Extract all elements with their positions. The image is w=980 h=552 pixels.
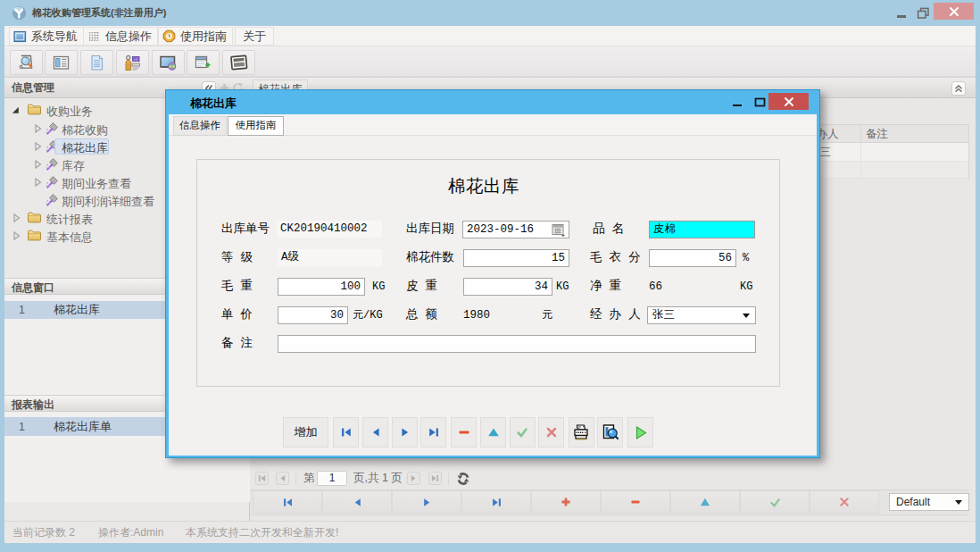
- page-number-input[interactable]: 1: [317, 471, 347, 486]
- tree-expander-collapsed-icon[interactable]: [12, 230, 21, 241]
- panel-header-label: 信息窗口: [12, 281, 54, 294]
- calendar-dropdown-icon[interactable]: [552, 223, 566, 237]
- dialog-minimize-icon: [733, 105, 742, 106]
- tree-expander-collapsed-icon[interactable]: [33, 159, 43, 170]
- tree-expander-collapsed-icon[interactable]: [33, 177, 43, 188]
- print-preview-button[interactable]: [597, 417, 623, 447]
- collapse-ribbon-button[interactable]: [951, 81, 966, 96]
- field-remark[interactable]: [278, 335, 756, 353]
- page-prev-button[interactable]: [276, 472, 289, 485]
- print-preview-icon: [602, 423, 619, 441]
- add-record-button[interactable]: 增加: [283, 417, 328, 447]
- pagination-divider: [448, 473, 449, 485]
- form-list-icon: [52, 54, 71, 72]
- handler-dropdown-caret-icon[interactable]: [743, 314, 750, 318]
- application-window: 棉花收购管理系统(非注册用户) 系统导航: [0, 0, 980, 552]
- close-button[interactable]: [934, 3, 974, 20]
- field-label-gross-weight: 毛 重: [221, 278, 253, 296]
- field-date[interactable]: 2023-09-16: [462, 221, 569, 238]
- suffix-tare-weight: KG: [556, 278, 569, 296]
- menu-item-system-nav[interactable]: 系统导航: [9, 27, 84, 46]
- field-label-date: 出库日期: [406, 221, 454, 238]
- field-label-remark: 备 注: [221, 335, 253, 353]
- toolbar-screen-globe-button[interactable]: [152, 50, 185, 75]
- record-last-button[interactable]: [420, 417, 446, 447]
- toolbar-window-dark-button[interactable]: [222, 50, 255, 75]
- run-icon: [633, 425, 648, 440]
- app-logo-icon: [12, 5, 27, 21]
- nav-prev-button[interactable]: [322, 490, 392, 514]
- nav-next-button[interactable]: [392, 490, 461, 514]
- nav-delete-button[interactable]: [601, 490, 670, 514]
- style-selector-combobox[interactable]: Default: [889, 493, 969, 511]
- dialog-maximize-button[interactable]: [749, 93, 770, 111]
- panel-header-label: 报表输出: [12, 398, 54, 411]
- field-tare-weight[interactable]: 34: [463, 278, 552, 296]
- toolbar-search-document-button[interactable]: [10, 50, 43, 75]
- field-unit-price[interactable]: 30: [278, 306, 348, 324]
- nav-last-button[interactable]: [461, 490, 531, 514]
- window-add-icon: [194, 54, 212, 72]
- toolbar-window-add-button[interactable]: [187, 50, 220, 75]
- dialog-tab-label: 使用指南: [236, 119, 277, 132]
- record-next-button[interactable]: [392, 417, 418, 447]
- grid-column-remark[interactable]: 备注: [866, 126, 888, 143]
- grid-icon: [87, 30, 101, 43]
- run-button[interactable]: [627, 417, 653, 447]
- field-pieces[interactable]: 15: [463, 249, 569, 267]
- field-label-net-weight: 净 重: [590, 278, 621, 296]
- toolbar-document-button[interactable]: [80, 50, 113, 75]
- restore-button[interactable]: [912, 4, 934, 21]
- record-next-icon: [399, 426, 411, 439]
- wand-icon: [45, 193, 59, 207]
- minimize-button[interactable]: [891, 4, 912, 21]
- record-prev-icon: [370, 426, 382, 439]
- print-button[interactable]: [569, 417, 594, 447]
- tree-expander-collapsed-icon[interactable]: [33, 141, 43, 152]
- nav-edit-button[interactable]: [670, 490, 740, 514]
- page-last-button[interactable]: [428, 472, 442, 485]
- dialog-minimize-button[interactable]: [727, 93, 748, 111]
- nav-first-button[interactable]: [253, 490, 322, 514]
- dialog-tab-info-ops[interactable]: 信息操作: [173, 116, 227, 136]
- menu-item-info-ops[interactable]: 信息操作: [83, 27, 158, 46]
- search-document-icon: [17, 54, 36, 72]
- tree-item-label: 基本信息: [46, 230, 93, 246]
- field-total-amount: 1980: [463, 306, 490, 324]
- field-gross-weight[interactable]: 100: [278, 278, 365, 296]
- nav-confirm-button[interactable]: [740, 490, 810, 514]
- delete-record-button[interactable]: [451, 417, 477, 447]
- record-prev-button[interactable]: [362, 417, 388, 447]
- dialog-tab-user-guide[interactable]: 使用指南: [228, 116, 284, 136]
- grid-right-edge: [968, 124, 969, 179]
- cancel-button[interactable]: [538, 417, 564, 447]
- menu-item-user-guide[interactable]: 使用指南: [158, 27, 233, 46]
- menu-label: 信息操作: [105, 29, 152, 45]
- field-lint-percent[interactable]: 56: [649, 249, 736, 267]
- nav-cancel-button[interactable]: [810, 490, 879, 514]
- toolbar-user-chart-button[interactable]: [116, 50, 149, 75]
- edit-record-button[interactable]: [480, 417, 506, 447]
- document-icon: [87, 54, 106, 72]
- suffix-gross-weight: KG: [372, 278, 385, 296]
- toolbar: [4, 46, 976, 77]
- page-next-button[interactable]: [407, 472, 420, 485]
- tree-expander-collapsed-icon[interactable]: [12, 213, 21, 223]
- menu-item-about[interactable]: 关于: [235, 27, 274, 46]
- tree-item-label: 棉花收购: [62, 122, 108, 138]
- page-first-button[interactable]: [255, 472, 269, 485]
- nav-add-button[interactable]: [531, 490, 601, 514]
- dialog-maximize-icon: [754, 96, 766, 108]
- nav-last-icon: [491, 497, 502, 508]
- cancel-icon: [545, 426, 558, 439]
- dialog-close-button[interactable]: [768, 93, 809, 110]
- tree-expander-expanded-icon[interactable]: [11, 105, 21, 115]
- toolbar-form-list-button[interactable]: [45, 50, 78, 75]
- tree-expander-collapsed-icon[interactable]: [33, 123, 43, 134]
- field-handler-combobox[interactable]: 张三: [647, 306, 756, 324]
- record-first-button[interactable]: [333, 417, 359, 447]
- confirm-button[interactable]: [510, 417, 536, 447]
- refresh-icon[interactable]: [456, 472, 470, 486]
- suffix-total-amount: 元: [542, 306, 552, 324]
- field-product[interactable]: 皮棉: [649, 221, 755, 238]
